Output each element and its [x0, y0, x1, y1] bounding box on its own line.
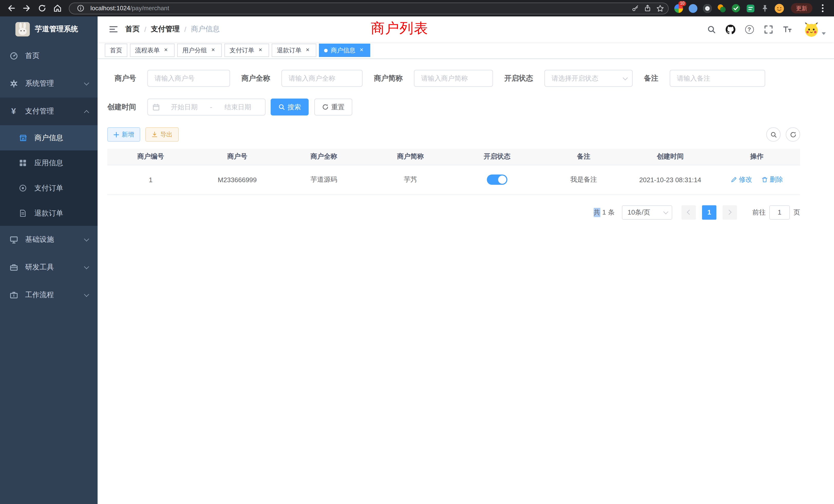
remark-input[interactable] [670, 70, 765, 87]
browser-update-button[interactable]: 更新 [791, 3, 812, 13]
start-date-input[interactable] [162, 103, 207, 111]
page-size-select[interactable]: 10条/页 [622, 205, 672, 220]
home-button[interactable] [50, 1, 65, 16]
tab-close-icon[interactable]: × [304, 47, 311, 54]
help-icon[interactable]: ? [744, 24, 755, 35]
active-tab-dot [324, 48, 328, 52]
tab-user-group[interactable]: 用户分组 × [177, 44, 222, 57]
tab-home[interactable]: 首页 [105, 44, 127, 57]
forward-button[interactable] [20, 1, 34, 16]
edit-button[interactable]: 修改 [730, 175, 752, 184]
sidebar-item-app-info[interactable]: 应用信息 [0, 151, 97, 176]
caret-down-icon [822, 32, 826, 35]
cell-remark: 我是备注 [540, 165, 627, 194]
delete-button-label: 删除 [770, 175, 783, 184]
sidebar-toggle-button[interactable] [106, 22, 121, 37]
avatar-pikachu-image [804, 22, 819, 37]
tab-close-icon[interactable]: × [162, 47, 170, 54]
sidebar-item-home[interactable]: 首页 [0, 42, 97, 70]
app-logo[interactable]: 芋道管理系统 [0, 17, 97, 42]
table-header-row: 商户编号 商户号 商户全称 商户简称 开启状态 备注 创建时间 操作 [107, 149, 800, 165]
full-name-input[interactable] [281, 70, 363, 87]
reload-button[interactable] [35, 1, 49, 16]
tab-close-icon[interactable]: × [210, 47, 217, 54]
status-select-placeholder: 请选择开启状态 [552, 74, 598, 83]
github-icon[interactable] [725, 24, 736, 35]
goto-page-input[interactable] [769, 205, 790, 220]
tab-refund-order[interactable]: 退款订单 × [272, 44, 316, 57]
share-icon[interactable] [641, 3, 654, 14]
status-select[interactable]: 请选择开启状态 [544, 70, 633, 87]
address-bar[interactable]: localhost:1024/pay/merchant [69, 2, 668, 14]
breadcrumb-current: 商户信息 [191, 25, 220, 34]
sidebar-item-refund-order[interactable]: 退款订单 [0, 201, 97, 226]
tab-label: 首页 [110, 46, 122, 55]
tab-close-icon[interactable]: × [358, 47, 365, 54]
shop-icon [19, 134, 27, 142]
create-time-range-picker[interactable]: - [147, 98, 265, 115]
profile-avatar-icon[interactable] [773, 3, 785, 14]
status-toggle[interactable] [487, 175, 507, 185]
create-time-label: 创建时间 [107, 102, 136, 112]
extension-icon-green-check[interactable] [730, 3, 742, 14]
breadcrumb-payment[interactable]: 支付管理 [151, 25, 180, 34]
sidebar-item-pay-order[interactable]: 支付订单 [0, 176, 97, 201]
extension-icon-pin[interactable] [759, 3, 770, 14]
sidebar-item-infrastructure[interactable]: 基础设施 [0, 226, 97, 254]
target-icon [19, 184, 27, 192]
extension-icon-dark-circle[interactable] [702, 3, 713, 14]
short-name-input[interactable] [414, 70, 493, 87]
sidebar-item-label: 系统管理 [25, 79, 85, 88]
search-icon[interactable] [706, 24, 717, 35]
site-info-icon[interactable] [74, 3, 87, 14]
tab-close-icon[interactable]: × [257, 47, 264, 54]
search-button[interactable]: 搜索 [271, 98, 309, 115]
extension-icon-green-notes[interactable] [745, 3, 756, 14]
chevron-down-icon [84, 292, 89, 297]
delete-button[interactable]: 删除 [761, 175, 783, 184]
breadcrumb-home[interactable]: 首页 [125, 25, 140, 34]
col-header-remark: 备注 [540, 149, 627, 165]
sidebar-item-merchant-info[interactable]: 商户信息 [0, 125, 97, 151]
reset-button[interactable]: 重置 [314, 98, 352, 115]
export-button[interactable]: 导出 [145, 127, 179, 142]
sidebar-item-system[interactable]: 系统管理 [0, 70, 97, 97]
sidebar-item-label: 支付订单 [35, 183, 88, 193]
sidebar-item-dev-tools[interactable]: 研发工具 [0, 254, 97, 281]
password-key-icon[interactable] [629, 3, 641, 14]
navbar-actions: ? [706, 22, 826, 37]
end-date-input[interactable] [215, 103, 260, 111]
font-size-icon[interactable] [782, 24, 793, 35]
sidebar-item-payment[interactable]: ¥ 支付管理 [0, 97, 97, 125]
breadcrumb-separator: / [144, 25, 146, 33]
extension-icon-blue-drop[interactable] [687, 3, 698, 14]
back-button[interactable] [4, 1, 19, 16]
breadcrumb: 首页 / 支付管理 / 商户信息 [125, 25, 220, 34]
bookmark-star-icon[interactable] [654, 3, 666, 14]
prev-page-button[interactable] [681, 205, 696, 220]
tab-label: 用户分组 [182, 46, 207, 55]
briefcase-icon [9, 291, 18, 299]
url-path: /pay/merchant [130, 5, 169, 12]
merchant-no-input[interactable] [147, 70, 230, 87]
tab-merchant-info[interactable]: 商户信息 × [319, 44, 370, 57]
extension-icon-colorful[interactable]: 10 [673, 3, 684, 14]
add-button[interactable]: 新增 [107, 127, 140, 142]
dashboard-icon [9, 52, 18, 60]
tab-process-form[interactable]: 流程表单 × [130, 44, 175, 57]
merchant-no-label: 商户号 [107, 74, 136, 83]
export-button-label: 导出 [160, 130, 173, 139]
fullscreen-icon[interactable] [763, 24, 774, 35]
app-title: 芋道管理系统 [35, 25, 78, 34]
extension-icon-duo-circles[interactable] [716, 3, 727, 14]
next-page-button[interactable] [723, 205, 737, 220]
sidebar-item-workflow[interactable]: 工作流程 [0, 281, 97, 309]
user-avatar[interactable] [804, 22, 826, 37]
page-number-button[interactable]: 1 [702, 205, 717, 220]
tab-pay-order[interactable]: 支付订单 × [224, 44, 269, 57]
refresh-button[interactable] [786, 127, 800, 142]
browser-menu-icon[interactable] [815, 1, 830, 16]
short-name-label: 商户简称 [374, 74, 403, 83]
cell-short-name: 芋艿 [367, 165, 454, 194]
toggle-search-button[interactable] [766, 127, 781, 142]
